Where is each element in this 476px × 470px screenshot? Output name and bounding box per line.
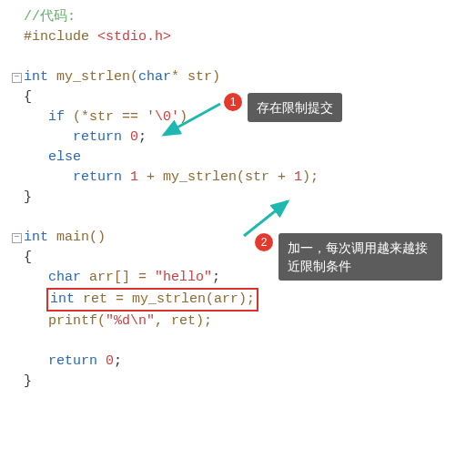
annotation-text: 存在限制提交 [248,93,342,122]
code-line: − int my_strlen(char* str) [9,67,476,87]
code-line: int ret = my_strlen(arr); [9,288,476,312]
code-line: //代码: [9,7,476,27]
code-line: #include <stdio.h> [9,27,476,47]
code-line: return 0; [9,352,476,372]
code-screenshot: { "code": { "l1": "//代码:", "l2_pp": "#in… [0,0,476,470]
badge-icon: 2 [255,233,273,251]
fold-icon[interactable]: − [12,73,22,83]
code-line: } [9,188,476,208]
code-line: return 0; [9,128,476,148]
annotation-1: 1 存在限制提交 [224,93,342,122]
blank-line [9,208,476,228]
annotation-2: 2 加一，每次调用越来越接近限制条件 [255,233,442,281]
badge-icon: 1 [224,93,242,111]
blank-line [9,47,476,67]
code-line: else [9,148,476,168]
comment: //代码: [24,7,76,27]
code-line: } [9,372,476,392]
blank-line [9,332,476,352]
annotation-text: 加一，每次调用越来越接近限制条件 [279,233,442,281]
code-line: return 1 + my_strlen(str + 1); [9,168,476,188]
code-line: printf("%d\n", ret); [9,312,476,332]
highlight-box: int ret = my_strlen(arr); [46,288,258,312]
fold-icon[interactable]: − [12,233,22,243]
